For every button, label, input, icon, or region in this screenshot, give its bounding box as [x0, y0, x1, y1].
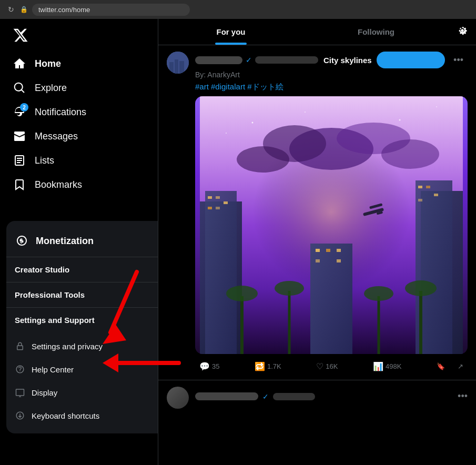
- follow-button[interactable]: [377, 52, 445, 68]
- share-action-icon: ↗: [458, 362, 463, 370]
- svg-rect-17: [205, 191, 237, 354]
- svg-rect-18: [208, 196, 212, 199]
- svg-rect-28: [418, 199, 422, 201]
- tweet-image: [195, 96, 468, 354]
- keyboard-shortcuts-label: Keyboard shortcuts: [32, 411, 99, 420]
- tab-following[interactable]: Following: [303, 19, 449, 45]
- bookmark-action[interactable]: 🔖: [432, 360, 449, 372]
- help-center-item[interactable]: Help Center: [6, 358, 158, 381]
- svg-point-47: [305, 112, 306, 113]
- sidebar-logo[interactable]: [6, 23, 151, 49]
- monetization-panel: Monetization Creator Studio ▾ Profession…: [6, 221, 158, 433]
- comment-count: 35: [212, 362, 219, 370]
- svg-rect-19: [216, 196, 220, 199]
- comment-action[interactable]: 💬 35: [195, 359, 224, 373]
- sidebar-item-home-label: Home: [35, 58, 61, 69]
- sidebar-item-messages-label: Messages: [35, 131, 78, 142]
- home-icon: [13, 57, 26, 70]
- sidebar-item-bookmarks[interactable]: Bookmarks: [6, 173, 151, 197]
- tweet-2-verified-icon: ✓: [262, 392, 269, 401]
- settings-support-section[interactable]: Settings and Support ▴: [6, 308, 158, 332]
- sidebar-item-lists[interactable]: Lists: [6, 148, 151, 173]
- x-logo-icon: [13, 27, 28, 43]
- svg-rect-30: [316, 249, 320, 252]
- sidebar-item-bookmarks-label: Bookmarks: [35, 179, 82, 190]
- sidebar-item-messages[interactable]: Messages: [6, 124, 151, 148]
- svg-rect-27: [434, 194, 438, 196]
- views-action[interactable]: 📊 498K: [369, 359, 406, 373]
- retweet-action[interactable]: 🔁 1.7K: [250, 359, 286, 373]
- tweet-2-body: ✓ •••: [195, 387, 468, 409]
- search-icon: [13, 81, 26, 95]
- tweet-subtitle: By: AnarkyArt: [195, 70, 468, 79]
- browser-url-bar[interactable]: twitter.com/home: [32, 4, 190, 16]
- tab-for-you[interactable]: For you: [158, 19, 303, 45]
- tweet-card: ✓ City skylines ••• By: AnarkyArt #art #…: [158, 45, 476, 380]
- display-label: Display: [32, 388, 57, 397]
- creator-studio-section[interactable]: Creator Studio ▾: [6, 257, 158, 282]
- keyboard-shortcuts-item[interactable]: Keyboard shortcuts: [6, 404, 158, 427]
- browser-chrome: ↻ 🔒 twitter.com/home: [0, 0, 476, 19]
- settings-privacy-item[interactable]: Settings and privacy: [6, 335, 158, 358]
- content-header: For you Following: [158, 19, 476, 45]
- settings-privacy-icon: [15, 341, 25, 351]
- tweet-body: ✓ City skylines ••• By: AnarkyArt #art #…: [195, 52, 468, 373]
- display-item[interactable]: Display: [6, 381, 158, 404]
- svg-point-40: [364, 286, 393, 301]
- svg-point-38: [275, 281, 304, 296]
- svg-point-36: [226, 286, 258, 301]
- sidebar-item-notifications-label: Notifications: [35, 107, 86, 118]
- tweet-2-more-button[interactable]: •••: [458, 391, 468, 402]
- svg-rect-26: [426, 186, 430, 188]
- help-center-label: Help Center: [32, 365, 74, 374]
- svg-point-46: [252, 122, 254, 124]
- avatar-image: [167, 52, 189, 74]
- list-icon: [13, 154, 26, 167]
- settings-sub-items: Settings and privacy Help Center Display: [6, 332, 158, 429]
- refresh-icon[interactable]: ↻: [6, 5, 16, 14]
- tweet-avatar: [167, 52, 189, 74]
- retweet-count: 1.7K: [267, 362, 281, 370]
- tweet-username: City skylines: [323, 56, 372, 65]
- sidebar-item-explore[interactable]: Explore: [6, 76, 151, 100]
- svg-rect-8: [167, 52, 189, 74]
- like-icon: ♡: [316, 361, 323, 371]
- tweet-avatar-2: [167, 387, 189, 409]
- svg-point-49: [436, 106, 437, 107]
- settings-gear-icon[interactable]: [449, 19, 476, 45]
- like-action[interactable]: ♡ 16K: [312, 359, 342, 373]
- svg-rect-31: [326, 249, 330, 252]
- share-action[interactable]: ↗: [453, 360, 468, 372]
- svg-rect-25: [418, 186, 422, 188]
- tweet-bookmark-share: 🔖 ↗: [432, 360, 468, 372]
- professional-tools-section[interactable]: Professional Tools ▾: [6, 282, 158, 308]
- monetization-title: Monetization: [36, 236, 94, 247]
- retweet-icon: 🔁: [255, 361, 265, 371]
- tweet-user-info: ✓ City skylines: [195, 56, 372, 65]
- bookmark-action-icon: 🔖: [437, 362, 445, 370]
- svg-point-42: [405, 280, 437, 296]
- app-container: Home Explore 2 Notifications Messages: [0, 19, 476, 465]
- like-count: 16K: [326, 362, 338, 370]
- tweet-tags[interactable]: #art #digitalart #ドット絵: [195, 82, 468, 92]
- monetization-header: Monetization: [6, 229, 158, 257]
- professional-tools-label: Professional Tools: [15, 290, 85, 299]
- tweet-2-name-placeholder: [195, 392, 258, 400]
- svg-rect-20: [208, 207, 212, 209]
- tweet-header: ✓ City skylines •••: [195, 52, 468, 68]
- settings-privacy-label: Settings and privacy: [32, 342, 103, 351]
- bookmark-icon: [13, 178, 26, 191]
- more-options-button[interactable]: •••: [449, 53, 468, 68]
- svg-rect-32: [337, 249, 341, 252]
- keyboard-shortcuts-icon: [15, 410, 25, 421]
- help-center-icon: [15, 364, 25, 375]
- svg-rect-34: [337, 259, 341, 262]
- settings-support-label: Settings and Support: [15, 316, 95, 325]
- svg-rect-21: [216, 207, 220, 209]
- mail-icon: [13, 129, 26, 143]
- tweet-handle-placeholder: [255, 56, 318, 64]
- sidebar-item-notifications[interactable]: 2 Notifications: [6, 100, 151, 124]
- sidebar-item-home[interactable]: Home: [6, 52, 151, 76]
- display-icon: [15, 387, 25, 398]
- svg-point-15: [381, 139, 439, 169]
